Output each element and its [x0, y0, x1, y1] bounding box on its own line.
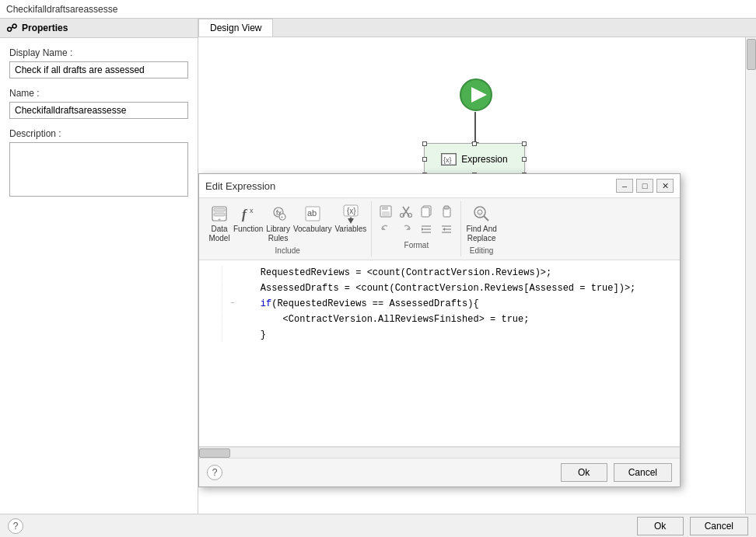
main-help-btn[interactable]: ? — [8, 518, 23, 534]
dialog-title: Edit Expression — [205, 180, 275, 192]
format-row2 — [376, 221, 456, 238]
display-name-input[interactable] — [9, 61, 188, 78]
window-title: Checkifalldraftsareassesse — [6, 4, 117, 15]
toolbar-icons-include: + Data Model — [208, 203, 366, 243]
svg-rect-6 — [214, 213, 225, 216]
svg-line-43 — [484, 216, 488, 221]
code-text-2: AssessedDrafts = <count(ContractVersion.… — [238, 281, 680, 295]
design-tab-bar: Design View — [198, 19, 756, 37]
code-line-3: – if(RequestedReviews == AssessedDrafts)… — [199, 296, 680, 312]
code-text-4: <ContractVersion.AllReviewsFinished> = t… — [238, 312, 680, 326]
svg-marker-33 — [406, 226, 410, 230]
line-num-5 — [199, 328, 222, 342]
main-layout: ☍ Properties Display Name : Name : Descr… — [0, 19, 756, 537]
collapse-4 — [227, 312, 238, 326]
design-panel: Design View — [198, 19, 756, 537]
collapse-3: – — [227, 297, 238, 311]
properties-icon: ☍ — [6, 22, 17, 34]
properties-header: ☍ Properties — [0, 19, 198, 38]
toolbar-group-editing: Find And Replace Editing — [461, 201, 501, 256]
find-and-replace-label: Find And Replace — [466, 225, 496, 243]
save-btn[interactable] — [376, 203, 395, 220]
editing-label: Editing — [470, 246, 494, 255]
name-input[interactable] — [9, 102, 188, 119]
dialog-maximize-btn[interactable]: □ — [636, 179, 653, 193]
code-line-2: AssessedDrafts = <count(ContractVersion.… — [199, 281, 680, 296]
collapse-1 — [227, 266, 238, 280]
dialog-minimize-btn[interactable]: – — [616, 179, 633, 193]
svg-rect-5 — [214, 208, 225, 211]
undo-btn[interactable] — [376, 221, 395, 238]
code-text-5: } — [238, 328, 680, 342]
format-row1 — [376, 203, 456, 220]
code-line-5: } — [199, 327, 680, 343]
data-model-btn[interactable]: + — [208, 203, 230, 225]
description-label: Description : — [9, 128, 188, 139]
dialog-toolbar: + Data Model — [199, 198, 680, 260]
dialog-close-btn[interactable]: ✕ — [656, 179, 674, 193]
dialog-hscrollbar[interactable] — [199, 447, 680, 458]
vocabulary-label: Vocabulary — [293, 225, 331, 234]
line-num-2 — [199, 281, 222, 295]
dialog-cancel-btn[interactable]: Cancel — [614, 463, 672, 482]
paste-btn[interactable] — [437, 203, 456, 220]
line-num-1 — [199, 266, 222, 280]
line-num-3 — [199, 297, 222, 311]
svg-text:+: + — [280, 214, 283, 220]
svg-marker-37 — [422, 228, 424, 231]
svg-rect-31 — [444, 206, 449, 209]
properties-panel: ☍ Properties Display Name : Name : Descr… — [0, 19, 198, 537]
design-view-tab[interactable]: Design View — [198, 19, 273, 37]
dialog-footer: ? Ok Cancel — [199, 458, 680, 486]
function-btn[interactable]: f x — [237, 203, 259, 225]
dialog-controls: – □ ✕ — [616, 179, 674, 193]
svg-marker-32 — [382, 226, 386, 230]
collapse-5 — [227, 328, 238, 342]
format-multirow — [376, 203, 456, 238]
toolbar-group-format: Format — [372, 201, 461, 256]
dialog-help-btn[interactable]: ? — [207, 465, 222, 480]
line-num-4 — [199, 312, 222, 326]
properties-body: Display Name : Name : Description : — [0, 38, 198, 537]
svg-text:x: x — [250, 207, 254, 214]
code-editor[interactable]: RequestedReviews = <count(ContractVersio… — [199, 260, 680, 447]
variables-label: Variables — [334, 225, 366, 234]
format-label: Format — [404, 241, 429, 249]
variables-btn[interactable]: {x} — [340, 203, 362, 225]
dialog-overlay: Edit Expression – □ ✕ — [198, 37, 756, 526]
description-textarea[interactable] — [9, 142, 188, 197]
find-and-replace-btn[interactable] — [471, 203, 492, 225]
svg-rect-23 — [382, 211, 390, 216]
svg-marker-41 — [443, 228, 445, 231]
data-model-label: Data Model — [208, 225, 229, 243]
function-label: Function — [233, 225, 263, 234]
outdent-btn[interactable] — [437, 221, 456, 238]
code-line-1: RequestedReviews = <count(ContractVersio… — [199, 265, 680, 281]
edit-expression-dialog: Edit Expression – □ ✕ — [198, 173, 681, 487]
properties-title: Properties — [22, 23, 68, 33]
svg-text:+: + — [218, 217, 221, 222]
hscroll-thumb[interactable] — [199, 448, 230, 458]
indent-btn[interactable] — [417, 221, 436, 238]
design-canvas: {x} Expression Edit Expression – □ — [198, 37, 756, 526]
include-label: Include — [275, 246, 300, 255]
code-text-3: if(RequestedReviews == AssessedDrafts){ — [238, 297, 680, 311]
redo-btn[interactable] — [397, 221, 415, 238]
title-bar: Checkifalldraftsareassesse — [0, 0, 756, 19]
svg-rect-29 — [422, 207, 429, 217]
copy-btn[interactable] — [417, 203, 436, 220]
toolbar-group-include: + Data Model — [204, 201, 372, 256]
collapse-2 — [227, 281, 238, 295]
svg-marker-20 — [348, 218, 354, 224]
code-line-4: <ContractVersion.AllReviewsFinished> = t… — [199, 312, 680, 327]
library-rules-btn[interactable]: fx + — [268, 203, 289, 225]
display-name-label: Display Name : — [9, 47, 188, 58]
dialog-ok-btn[interactable]: Ok — [561, 463, 607, 482]
vocabulary-btn[interactable]: ab — [302, 203, 324, 225]
cut-btn[interactable] — [397, 203, 415, 220]
toolbar-icons-editing: Find And Replace — [466, 203, 496, 243]
library-rules-label: Library Rules — [266, 225, 290, 243]
dialog-titlebar: Edit Expression – □ ✕ — [199, 174, 680, 198]
toolbar-icons-format — [376, 203, 456, 238]
code-text-1: RequestedReviews = <count(ContractVersio… — [238, 266, 680, 280]
